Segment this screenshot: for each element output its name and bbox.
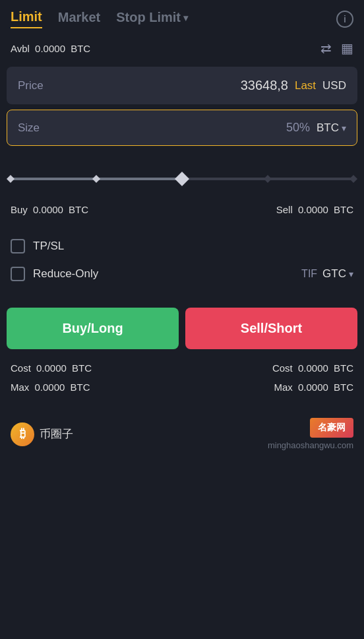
avbl-label: Avbl 0.0000 BTC bbox=[11, 43, 90, 54]
price-label: Price bbox=[18, 79, 44, 92]
avbl-row: Avbl 0.0000 BTC ⇄ ▦ bbox=[0, 35, 364, 61]
max-row: Max 0.0000 BTC Max 0.0000 BTC bbox=[0, 379, 364, 395]
tpsl-row: TP/SL bbox=[11, 232, 353, 260]
action-section: Buy/Long Sell/Short bbox=[0, 294, 364, 360]
buy-info: Buy 0.0000 BTC bbox=[11, 204, 88, 215]
tab-market[interactable]: Market bbox=[58, 10, 100, 28]
sell-info: Sell 0.0000 BTC bbox=[276, 204, 353, 215]
slider-tick-0 bbox=[7, 175, 15, 183]
size-percent: 50% bbox=[286, 121, 310, 135]
price-field[interactable]: Price 33648,8 Last USD bbox=[7, 67, 357, 104]
slider-track[interactable] bbox=[11, 178, 353, 180]
sell-short-button[interactable]: Sell/Short bbox=[185, 308, 357, 349]
size-label: Size bbox=[18, 121, 40, 135]
buy-cost-item: Cost 0.0000 BTC bbox=[11, 362, 92, 374]
slider-tick-75 bbox=[264, 175, 272, 183]
reduce-only-row: Reduce-Only TIF GTC ▾ bbox=[11, 260, 353, 288]
slider-thumb[interactable] bbox=[175, 172, 189, 186]
tif-label: TIF bbox=[301, 268, 317, 280]
sell-max-item: Max 0.0000 BTC bbox=[274, 382, 353, 393]
checkbox-section: TP/SL Reduce-Only TIF GTC ▾ bbox=[0, 226, 364, 294]
size-currency-dropdown[interactable]: BTC ▾ bbox=[317, 121, 346, 135]
footer-brand: 名豪网 bbox=[310, 418, 353, 438]
slider-tick-100 bbox=[349, 175, 357, 183]
slider-tick-25 bbox=[92, 175, 100, 183]
reduce-only-label: Reduce-Only bbox=[33, 267, 98, 281]
logo-text: 币圈子 bbox=[40, 426, 73, 442]
footer: ₿ 币圈子 名豪网 minghaoshangwu.com bbox=[0, 411, 364, 457]
buysell-row: Buy 0.0000 BTC Sell 0.0000 BTC bbox=[0, 200, 364, 226]
footer-site: minghaoshangwu.com bbox=[268, 440, 353, 450]
size-field[interactable]: Size 50% BTC ▾ bbox=[7, 110, 357, 146]
tab-stop-limit[interactable]: Stop Limit ▾ bbox=[116, 10, 188, 28]
dropdown-arrow-icon: ▾ bbox=[342, 123, 346, 133]
buy-cost-row: Cost 0.0000 BTC Cost 0.0000 BTC bbox=[0, 360, 364, 376]
tab-limit[interactable]: Limit bbox=[11, 9, 42, 28]
sell-cost-item: Cost 0.0000 BTC bbox=[272, 362, 353, 374]
reduce-only-checkbox[interactable] bbox=[11, 267, 25, 281]
chevron-down-icon: ▾ bbox=[183, 13, 188, 23]
calculator-icon[interactable]: ▦ bbox=[341, 40, 353, 56]
price-tag: Last bbox=[295, 79, 316, 92]
avbl-actions: ⇄ ▦ bbox=[320, 40, 353, 56]
logo-icon: ₿ bbox=[11, 422, 34, 446]
tab-bar: Limit Market Stop Limit ▾ i bbox=[0, 0, 364, 35]
footer-logo: ₿ 币圈子 bbox=[11, 422, 73, 446]
tif-dropdown[interactable]: GTC ▾ bbox=[322, 267, 353, 281]
slider-section bbox=[0, 151, 364, 200]
tpsl-label: TP/SL bbox=[33, 240, 64, 253]
buy-max-item: Max 0.0000 BTC bbox=[11, 382, 90, 393]
price-value: 33648,8 bbox=[241, 78, 288, 93]
tpsl-checkbox[interactable] bbox=[11, 239, 25, 253]
tif-dropdown-arrow-icon: ▾ bbox=[349, 269, 353, 279]
price-value-area: 33648,8 Last USD bbox=[241, 78, 346, 93]
buy-long-button[interactable]: Buy/Long bbox=[7, 308, 179, 349]
tif-section: TIF GTC ▾ bbox=[301, 267, 353, 281]
price-currency: USD bbox=[322, 79, 346, 92]
transfer-icon[interactable]: ⇄ bbox=[320, 40, 332, 56]
info-icon[interactable]: i bbox=[336, 11, 353, 28]
size-value-area: 50% BTC ▾ bbox=[286, 121, 346, 135]
